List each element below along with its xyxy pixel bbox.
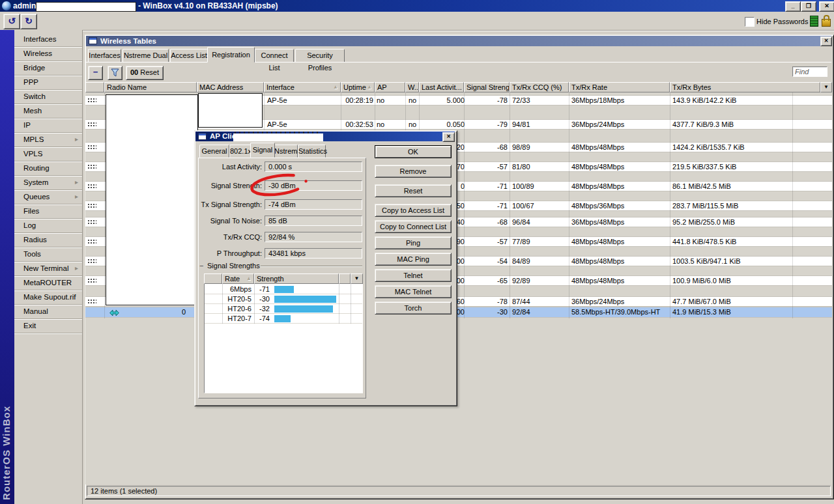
sidebar-item-ip[interactable]: IP▸ [14, 119, 82, 133]
registration-entry-icon [87, 122, 96, 127]
safe-mode-icon[interactable] [810, 16, 818, 27]
sidebar-item-new-terminal[interactable]: New Terminal [14, 262, 82, 276]
sidebar-item-files[interactable]: Files [14, 204, 82, 219]
sidebar-item-wireless[interactable]: Wireless [14, 47, 82, 61]
column-header-w[interactable]: W... [405, 82, 419, 92]
column-header-tx-rx-bytes[interactable]: Tx/Rx Bytes [670, 82, 820, 92]
copy-to-connect-list-button[interactable]: Copy to Connect List [375, 220, 452, 233]
sidebar-item-mpls[interactable]: MPLS [14, 133, 82, 147]
field-value-tx-rx-ccq: 92/84 % [265, 232, 362, 242]
sidebar-item-label: VPLS [23, 150, 42, 158]
sidebar-item-make-supout-rif[interactable]: Make Supout.rif [14, 290, 82, 305]
sidebar-item-ppp[interactable]: PPP [14, 76, 82, 90]
ping-button[interactable]: Ping [375, 236, 452, 249]
remove-button[interactable]: Remove [375, 165, 452, 178]
undo-button[interactable]: ↺ [3, 14, 20, 29]
cell-interface: AP-5e [267, 96, 287, 105]
restore-button[interactable]: ❐ [801, 1, 816, 12]
cell-ap: no [377, 96, 384, 105]
group-collapse-icon[interactable]: − [199, 262, 203, 270]
signal-col-rate[interactable]: Rate▲ [222, 273, 254, 284]
redo-icon: ↻ [25, 16, 33, 26]
cell-signal-strength: -68 [464, 143, 508, 152]
signal-table-dropdown-button[interactable]: ▼ [351, 273, 363, 284]
hide-passwords-checkbox[interactable] [745, 17, 755, 27]
cell-bytes: 95.2 MiB/255.0 MiB [672, 218, 735, 227]
tab-nstreme-dual[interactable]: Nstreme Dual [122, 49, 169, 63]
dialog-tab-general[interactable]: General [199, 145, 229, 158]
sidebar-item-log[interactable]: Log [14, 219, 82, 233]
reset-button[interactable]: Reset [375, 184, 452, 197]
signal-rate: HT20-6 [222, 304, 252, 314]
column-header-tx-rx-rate[interactable]: Tx/Rx Rate [569, 82, 670, 92]
sort-asc-icon: ▲ [333, 83, 338, 92]
cell-radio-name-partial: 0 [182, 308, 186, 316]
sidebar-item-label: Manual [23, 307, 48, 315]
mac-ping-button[interactable]: MAC Ping [375, 253, 452, 266]
tab-registration[interactable]: Registration [207, 47, 255, 63]
cell-ccq: 100/67 [512, 202, 534, 210]
ok-button[interactable]: OK [375, 145, 452, 158]
sidebar-item-tools[interactable]: Tools▸ [14, 247, 82, 262]
cell-bytes: 86.1 MiB/42.5 MiB [672, 182, 731, 191]
copy-to-access-list-button[interactable]: Copy to Access List [375, 204, 452, 217]
telnet-button[interactable]: Telnet [375, 269, 452, 282]
registration-entry-icon [87, 219, 96, 225]
dialog-tab-statistics[interactable]: Statistics [298, 145, 326, 158]
sidebar-item-mesh[interactable]: Mesh [14, 104, 82, 119]
sidebar-item-queues[interactable]: Queues [14, 190, 82, 204]
dialog-tab-signal[interactable]: Signal [250, 143, 275, 158]
cell-last-activity: 5.000 [419, 96, 465, 105]
minimize-button[interactable]: _ [785, 1, 801, 12]
column-gridline [510, 92, 510, 318]
cell-signal-strength: -71 [464, 182, 508, 191]
sidebar-item-label: System [23, 178, 48, 186]
tab-connect-list[interactable]: Connect List [255, 49, 294, 63]
sidebar-item-vpls[interactable]: VPLS [14, 147, 82, 161]
torch-button[interactable]: Torch [375, 301, 452, 315]
column-header-radio-name[interactable]: Radio Name [104, 82, 197, 92]
sidebar-item-metarouter[interactable]: MetaROUTER [14, 276, 82, 290]
wireless-tables-titlebar[interactable]: Wireless Tables ✕ [86, 36, 831, 46]
signal-col-strength[interactable]: Strength [254, 273, 339, 284]
filter-button[interactable] [108, 66, 122, 80]
column-gridline [792, 92, 793, 318]
sidebar-item-switch[interactable]: Switch [14, 90, 82, 104]
dialog-tab-802-1x[interactable]: 802.1x [229, 145, 252, 158]
tab-security-profiles[interactable]: Security Profiles [295, 49, 345, 63]
column-header-ap[interactable]: AP [375, 82, 405, 92]
mac-telnet-button[interactable]: MAC Telnet [375, 285, 452, 298]
sidebar-item-routing[interactable]: Routing▸ [14, 161, 82, 176]
sidebar-item-bridge[interactable]: Bridge [14, 61, 82, 76]
sidebar-item-system[interactable]: System▸ [14, 176, 82, 190]
cell-rate: 48Mbps/48Mbps [571, 257, 624, 266]
column-header-tx-rx-ccq[interactable]: Tx/Rx CCQ (%) [510, 82, 569, 92]
column-header-last-activit[interactable]: Last Activit... [419, 82, 464, 92]
column-header-uptime[interactable]: Uptime▲ [341, 82, 375, 92]
cell-uptime: 00:28:19 [341, 96, 373, 105]
signal-col-blank [204, 273, 222, 284]
sidebar-item-label: Bridge [23, 64, 45, 72]
field-value-tx-signal-strength: -74 dBm [265, 199, 362, 210]
sidebar-item-manual[interactable]: Manual [14, 305, 82, 319]
sidebar-item-radius[interactable]: Radius [14, 233, 82, 247]
redo-button[interactable]: ↻ [20, 14, 37, 29]
dialog-tab-nstreme[interactable]: Nstreme [274, 145, 298, 158]
dropdown-icon: ▼ [354, 275, 360, 281]
registration-entry-icon [87, 184, 96, 189]
sidebar-item-exit[interactable]: Exit [14, 319, 82, 333]
remove-entry-button[interactable]: − [88, 66, 103, 80]
tab-access-list[interactable]: Access List [170, 49, 208, 63]
column-header-icon[interactable] [85, 82, 104, 92]
column-header-interface[interactable]: Interface▲ [264, 82, 341, 92]
ap-client-close-button[interactable]: ✕ [442, 132, 455, 142]
sidebar-item-interfaces[interactable]: Interfaces [14, 33, 82, 47]
column-header-signal-strengt[interactable]: Signal Strengt... [464, 82, 510, 92]
tab-interfaces[interactable]: Interfaces [88, 49, 121, 63]
column-select-dropdown-button[interactable]: ▼ [820, 82, 832, 92]
find-input[interactable] [792, 66, 827, 77]
wireless-tables-close-button[interactable]: ✕ [820, 36, 832, 46]
reset-counters-button[interactable]: 00 Reset [126, 66, 164, 80]
column-header-mac-address[interactable]: MAC Address [197, 82, 264, 92]
close-button[interactable]: ✕ [819, 1, 834, 12]
